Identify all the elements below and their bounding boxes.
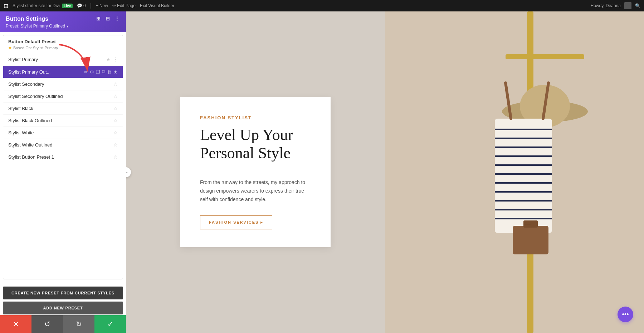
create-preset-button[interactable]: CREATE NEW PRESET FROM CURRENT STYLES [3, 287, 123, 299]
preset-item-name: Stylist Black [8, 106, 111, 111]
preset-star-icon[interactable]: ☆ [113, 142, 118, 148]
cancel-icon: ✕ [13, 320, 19, 328]
preset-star-icon[interactable]: ☆ [113, 94, 118, 99]
headline-line2: Personal Style [200, 144, 291, 162]
preset-item-stylist-button-preset-1[interactable]: Stylist Button Preset 1 ☆ [3, 151, 123, 163]
preset-kebab-icon[interactable]: ⋮ [113, 56, 118, 62]
new-button[interactable]: + New [96, 3, 108, 8]
duplicate1-preset-icon[interactable]: ❐ [96, 69, 100, 75]
preset-item-stylist-secondary-outlined[interactable]: Stylist Secondary Outlined ☆ [3, 90, 123, 103]
search-icon[interactable]: 🔍 [635, 3, 640, 8]
separator: | [90, 3, 92, 9]
comment-icon: 💬 [77, 3, 82, 8]
default-preset: Button Default Preset ★ Based On: Stylis… [3, 35, 123, 53]
edit-page-button[interactable]: ✏ Edit Page [112, 3, 136, 8]
preset-item-name: Stylist Secondary [8, 81, 111, 87]
preset-item-stylist-secondary[interactable]: Stylist Secondary ☆ [3, 78, 123, 90]
sidebar-header-icons: ⊞ ⊟ ⋮ [95, 16, 120, 22]
purple-fab[interactable]: ••• [618, 307, 633, 322]
preset-item-stylist-primary[interactable]: Stylist Primary ★ ⋮ [3, 53, 123, 66]
page-content: FASHION STYLIST Level Up Your Personal S… [126, 11, 644, 333]
preset-star-icon[interactable]: ☆ [113, 118, 118, 123]
site-name: Stylist starter site for Divi Live [13, 3, 73, 8]
default-preset-star: ★ [8, 45, 12, 50]
comments-count[interactable]: 💬 0 [77, 3, 86, 8]
preset-item-name: Stylist Button Preset 1 [8, 154, 111, 160]
page-canvas: ↔ FASHION STYLIST Level Up Your Personal… [126, 11, 644, 333]
preset-label-text: Preset: Stylist Primary Outlined [6, 24, 65, 29]
fashion-image-svg [385, 11, 644, 333]
undo-icon: ↺ [44, 320, 50, 328]
fashion-image: ••• [385, 11, 644, 333]
preset-item-name-active: Stylist Primary Out... [8, 69, 82, 75]
save-button[interactable]: ✓ [94, 315, 126, 333]
preset-item-stylist-black[interactable]: Stylist Black ☆ [3, 103, 123, 115]
preset-item-name: Stylist White [8, 130, 111, 135]
bottom-toolbar: ✕ ↺ ↻ ✓ [0, 315, 126, 333]
cancel-button[interactable]: ✕ [0, 315, 31, 333]
top-bar-right: Howdy, Deanna 🔍 [591, 2, 641, 9]
preset-item-stylist-primary-outlined[interactable]: Stylist Primary Out... ✏ ⚙ ❐ ⧉ 🗑 ★ [3, 66, 123, 78]
expand-icon[interactable]: ⊞ [95, 16, 102, 22]
main-content: ↔ FASHION STYLIST Level Up Your Personal… [126, 11, 644, 333]
headline-line1: Level Up Your [200, 126, 293, 144]
sidebar-header: Button Settings ⊞ ⊟ ⋮ Preset: Stylist Pr… [0, 11, 126, 32]
svg-rect-18 [513, 226, 548, 254]
pencil-icon: ✏ [112, 3, 116, 8]
fashion-divider [200, 171, 311, 171]
preset-selector[interactable]: Preset: Stylist Primary Outlined ▾ [6, 24, 120, 29]
preset-chevron: ▾ [67, 24, 68, 28]
preset-item-name: Stylist White Outlined [8, 142, 111, 148]
settings-preset-icon[interactable]: ⚙ [90, 69, 94, 75]
preset-star-icon[interactable]: ☆ [113, 106, 118, 111]
redo-icon: ↻ [76, 320, 82, 328]
duplicate2-preset-icon[interactable]: ⧉ [102, 69, 105, 75]
user-avatar [624, 2, 631, 9]
preset-item-name: Stylist Secondary Outlined [8, 94, 111, 99]
star-preset-icon[interactable]: ★ [113, 69, 118, 75]
howdy-user: Howdy, Deanna [591, 3, 621, 8]
edit-preset-icon[interactable]: ✏ [84, 69, 88, 75]
wp-icon[interactable]: ⊞ [4, 3, 8, 9]
live-badge: Live [62, 4, 73, 8]
preset-item-stylist-black-outlined[interactable]: Stylist Black Outlined ☆ [3, 115, 123, 127]
preset-item-stylist-white-outlined[interactable]: Stylist White Outlined ☆ [3, 139, 123, 151]
svg-rect-3 [506, 54, 584, 59]
preset-star-icon[interactable]: ★ [106, 57, 111, 62]
preset-star-icon[interactable]: ☆ [113, 81, 118, 87]
add-preset-button[interactable]: ADD NEW PRESET [3, 302, 123, 314]
sidebar-title: Button Settings ⊞ ⊟ ⋮ [6, 16, 120, 22]
preset-star-icon[interactable]: ☆ [113, 154, 118, 160]
ellipsis-icon: ••• [622, 311, 629, 318]
preset-items: Stylist Primary ★ ⋮ Stylist Primary Out.… [3, 53, 123, 163]
exit-builder-button[interactable]: Exit Visual Builder [140, 3, 175, 8]
preset-star-icon[interactable]: ☆ [113, 130, 118, 135]
preset-item-stylist-white[interactable]: Stylist White ☆ [3, 127, 123, 139]
preset-item-name: Stylist Primary [8, 57, 104, 62]
fashion-body: From the runway to the streets, my appro… [200, 178, 311, 204]
save-icon: ✓ [107, 320, 113, 328]
default-preset-based: ★ Based On: Stylist Primary [8, 45, 118, 50]
more-icon[interactable]: ⋮ [114, 16, 120, 22]
undo-button[interactable]: ↺ [31, 315, 63, 333]
default-preset-title: Button Default Preset [8, 39, 118, 44]
fashion-services-button[interactable]: FASHION SERVICES ▸ [200, 215, 272, 229]
delete-preset-icon[interactable]: 🗑 [107, 69, 112, 75]
preset-item-name: Stylist Black Outlined [8, 118, 111, 123]
fashion-tag: FASHION STYLIST [200, 115, 311, 120]
sidebar-title-text: Button Settings [6, 16, 48, 22]
sidebar: Button Settings ⊞ ⊟ ⋮ Preset: Stylist Pr… [0, 11, 126, 333]
svg-rect-6 [495, 119, 552, 233]
left-section: FASHION STYLIST Level Up Your Personal S… [126, 11, 385, 333]
preset-action-icons: ✏ ⚙ ❐ ⧉ 🗑 ★ [84, 69, 118, 75]
fashion-headline: Level Up Your Personal Style [200, 126, 311, 162]
redo-button[interactable]: ↻ [63, 315, 94, 333]
preset-list-container: Button Default Preset ★ Based On: Stylis… [3, 35, 123, 279]
plus-icon: + [96, 3, 98, 8]
columns-icon[interactable]: ⊟ [104, 16, 111, 22]
right-section: ••• [385, 11, 644, 333]
white-card: FASHION STYLIST Level Up Your Personal S… [180, 97, 331, 247]
site-name-text: Stylist starter site for Divi [13, 3, 60, 8]
top-bar: ⊞ Stylist starter site for Divi Live 💬 0… [0, 0, 644, 11]
